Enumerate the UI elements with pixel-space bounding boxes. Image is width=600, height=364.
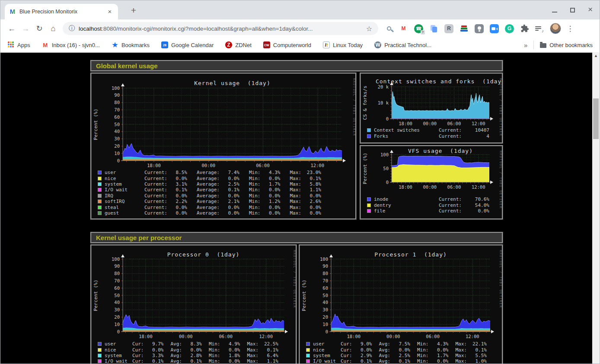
home-icon[interactable]: ⌂ [46, 22, 60, 35]
legend-metric-value: 0.0% [260, 210, 280, 216]
legend-metric-value: 0.1% [352, 358, 372, 364]
address-bar[interactable]: ⓘ localhost:8080/monitorix-cgi/monitorix… [63, 22, 378, 35]
legend-metric-value: 0.0% [167, 210, 187, 216]
legend-metric-label: Current: [439, 196, 462, 202]
legend-metric-label: Average: [197, 170, 220, 175]
books-stack-icon[interactable] [460, 24, 469, 33]
legend-series-name: dentry [374, 203, 439, 208]
gmail-icon[interactable]: M [399, 24, 408, 33]
extensions-puzzle-icon[interactable] [520, 24, 529, 33]
forward-icon[interactable]: → [19, 22, 32, 35]
browser-toolbar: ← → ↻ ⌂ ⓘ localhost:8080/monitorix-cgi/m… [0, 19, 600, 38]
other-bookmarks-button[interactable]: Other bookmarks [540, 42, 593, 48]
tab-close-icon[interactable]: × [106, 8, 114, 16]
bookmark-label: Computerworld [273, 42, 311, 48]
legend-metric-value: 0.0% [429, 347, 449, 353]
legend-metric-label: Average: [197, 176, 220, 181]
search-icon[interactable] [385, 25, 393, 32]
site-info-icon[interactable]: ⓘ [69, 25, 75, 32]
processor-1-graph[interactable]: 18:0000:0006:0012:0001020304050607080901… [299, 244, 503, 364]
legend-series-name: softIRQ [105, 199, 144, 204]
svg-text:18:00: 18:00 [399, 121, 412, 126]
scrollbar-thumb[interactable] [593, 98, 599, 139]
minimize-button[interactable] [552, 6, 557, 13]
voice-phone-icon[interactable]: ☎? [414, 24, 423, 33]
legend-metric-value: 1.1% [259, 358, 278, 364]
close-window-button[interactable]: × [588, 6, 593, 13]
svg-text:60: 60 [114, 114, 120, 120]
svg-text:100: 100 [112, 85, 120, 91]
svg-text:06:00: 06:00 [219, 334, 233, 339]
grammarly-icon[interactable]: G [505, 24, 514, 33]
lamp-icon[interactable] [475, 24, 484, 33]
legend-metric-value: 4.3% [429, 341, 449, 347]
legend-metric-label: Cur: [341, 341, 352, 347]
bookmark-google-calendar[interactable]: 28Google Calendar [161, 41, 214, 48]
profile-avatar[interactable] [550, 23, 561, 34]
playlist-icon[interactable]: ♪ [535, 24, 544, 33]
svg-text:0: 0 [117, 158, 120, 163]
legend-series-name: nice [105, 347, 132, 353]
window-controls: × [552, 6, 593, 13]
copy-pages-icon[interactable] [429, 24, 438, 33]
legend-metric-label: Cur: [132, 353, 144, 358]
bookmark-linux-today[interactable]: ltLinux Today [323, 41, 363, 48]
legend-swatch [98, 199, 102, 203]
legend-metric-label: Max: [290, 187, 301, 193]
new-tab-button[interactable]: + [128, 5, 140, 17]
section-title-global-kernel-usage: Global kernel usage [90, 60, 503, 72]
context-switches-graph[interactable]: 18:0000:0006:0012:00010 k20 kContext swi… [360, 73, 503, 144]
svg-text:70: 70 [322, 278, 328, 283]
legend-swatch [306, 342, 310, 346]
svg-text:90: 90 [114, 263, 120, 269]
legend-metric-label: Average: [197, 199, 220, 204]
bookmark-bookmarks[interactable]: ★Bookmarks [112, 41, 150, 48]
url-text[interactable]: localhost:8080/monitorix-cgi/monitorix.c… [79, 25, 362, 32]
legend-metric-value: 0.0% [144, 347, 164, 353]
legend-swatch [98, 171, 102, 174]
bookmarks-overflow-icon[interactable]: » [524, 41, 527, 49]
legend-metric-value: 9.0% [352, 341, 372, 347]
legend-metric-label: Current: [144, 205, 167, 210]
bookmark-inbox-16-sjvn0[interactable]: MInbox (16) - sjvn0... [42, 41, 100, 48]
back-icon[interactable]: ← [5, 22, 19, 35]
folder-icon [540, 43, 546, 48]
bookmark-zdnet[interactable]: ZZDNet [225, 41, 252, 48]
svg-text:12:00: 12:00 [472, 184, 485, 190]
svg-text:00:00: 00:00 [179, 334, 193, 339]
legend-swatch [306, 354, 310, 358]
reader-ext-icon[interactable]: R [444, 24, 453, 33]
legend-series-name: guest [105, 210, 144, 216]
bookmark-label: Linux Today [333, 42, 363, 48]
svg-text:70: 70 [114, 278, 120, 283]
legend-metric-value: 23.0% [301, 170, 321, 175]
svg-text:0: 0 [386, 180, 389, 185]
svg-text:06:00: 06:00 [447, 121, 461, 126]
browser-tab[interactable]: M Blue Precision Monitorix × [5, 4, 118, 19]
svg-text:Processor 0 (1day): Processor 0 (1day) [167, 251, 240, 258]
reload-icon[interactable]: ↻ [32, 22, 46, 35]
kernel-usage-graph[interactable]: 18:0000:0006:0012:0001020304050607080901… [90, 73, 357, 220]
menu-kebab-icon[interactable]: ⋮ [567, 24, 573, 33]
legend-metric-value: 0.0% [167, 193, 187, 199]
bookmark-practical-technol[interactable]: WPractical Technol... [374, 41, 431, 48]
svg-text:Context switches and forks (1: Context switches and forks (1day) [376, 78, 502, 85]
svg-text:40: 40 [114, 129, 120, 134]
maximize-button[interactable] [570, 6, 575, 13]
scrollbar[interactable]: ▲ [592, 52, 600, 364]
legend-metric-value: 7.4% [220, 170, 239, 175]
scrollbar-up-icon[interactable]: ▲ [592, 52, 600, 60]
svg-text:20: 20 [322, 314, 328, 320]
bookmark-star-icon[interactable]: ☆ [366, 25, 372, 33]
bookmark-computerworld[interactable]: CWComputerworld [263, 41, 311, 48]
zoom-camera-icon[interactable] [490, 24, 499, 33]
bookmark-apps[interactable]: Apps [7, 41, 30, 48]
processor-1-legend: userCur:9.0%Avg:7.5%Min:4.3%Max:22.1%nic… [306, 341, 498, 364]
legend-metric-value: 2.1% [220, 199, 239, 204]
vfs-usage-graph[interactable]: 18:0000:0006:0012:00050100VFS usage (1da… [360, 145, 503, 220]
legend-row: niceCurrent:0.0%Average:0.0%Min:0.0%Max:… [98, 175, 352, 181]
svg-text:60: 60 [114, 285, 120, 291]
processor-0-graph[interactable]: 18:0000:0006:0012:0001020304050607080901… [90, 244, 297, 364]
legend-metric-value: 0.1% [259, 347, 278, 353]
bookmark-label: Practical Technol... [384, 42, 431, 48]
